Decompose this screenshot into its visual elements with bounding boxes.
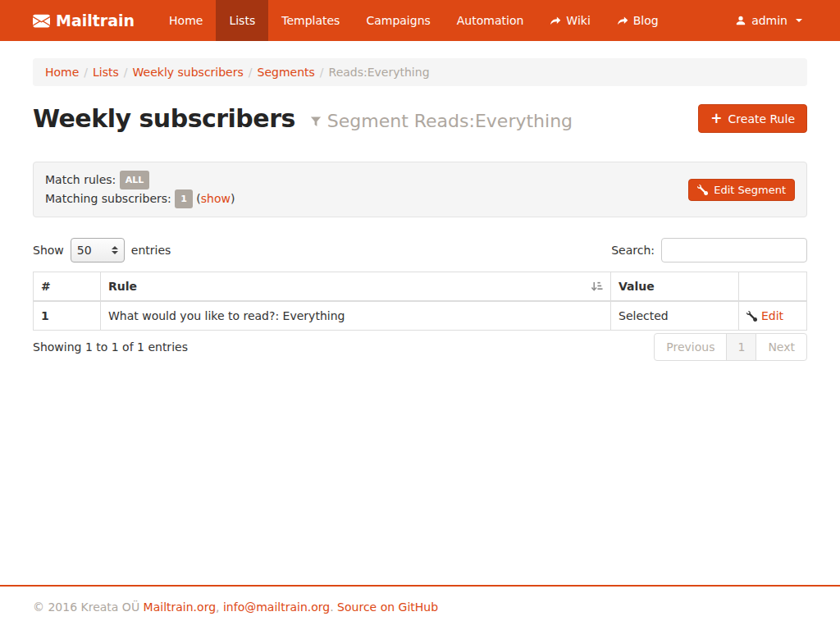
nav-item-campaigns[interactable]: Campaigns: [353, 0, 443, 41]
matching-count-badge: 1: [175, 189, 193, 208]
plus-icon: +: [710, 112, 722, 126]
paren-close: ): [231, 192, 235, 205]
show-subscribers-link[interactable]: show: [201, 192, 231, 205]
entries-label: entries: [131, 244, 171, 257]
segment-summary-panel: Match rules: ALL Matching subscribers: 1…: [33, 162, 807, 217]
column-header-rule-label: Rule: [108, 280, 137, 293]
match-rules-badge: ALL: [120, 171, 150, 189]
search-input[interactable]: [661, 238, 807, 262]
brand-mailtrain[interactable]: Mailtrain: [33, 0, 135, 41]
actions-cell: Edit: [739, 301, 807, 331]
value-cell: Selected: [611, 301, 739, 331]
segment-subtitle: Segment Reads:Everything: [310, 111, 573, 131]
email-link[interactable]: info@mailtrain.org: [223, 600, 330, 614]
table-header-row: # Rule: [34, 272, 807, 302]
breadcrumb-home[interactable]: Home: [45, 66, 79, 79]
nav-item-automation[interactable]: Automation: [444, 0, 537, 41]
envelope-icon: [33, 12, 50, 30]
top-navbar: Mailtrain Home Lists Templates Campaigns…: [0, 0, 840, 41]
match-rules-line: Match rules: ALL: [45, 171, 235, 189]
table-row: 1 What would you like to read?: Everythi…: [34, 301, 807, 331]
column-header-actions: [739, 272, 807, 302]
show-label: Show: [33, 244, 64, 257]
filter-icon: [310, 116, 322, 128]
nav-item-label: Blog: [633, 14, 659, 27]
table-info: Showing 1 to 1 of 1 entries: [33, 340, 188, 354]
pagination-page-1[interactable]: 1: [726, 333, 756, 361]
breadcrumb-lists[interactable]: Lists: [93, 66, 119, 79]
rule-number-cell: 1: [34, 301, 101, 331]
create-rule-button[interactable]: + Create Rule: [698, 104, 807, 133]
pagination-next[interactable]: Next: [756, 333, 807, 361]
mailtrain-org-link[interactable]: Mailtrain.org: [144, 600, 216, 614]
matching-subscribers-label: Matching subscribers:: [45, 192, 171, 205]
wrench-icon: [746, 311, 757, 322]
breadcrumb: Home/Lists/Weekly subscribers/Segments/R…: [33, 58, 807, 86]
segment-subtitle-text: Segment Reads:Everything: [327, 111, 573, 131]
create-rule-label: Create Rule: [728, 112, 795, 126]
show-entries-control: Show 50 entries: [33, 238, 171, 262]
match-rules-label: Match rules:: [45, 173, 116, 186]
search-control: Search:: [611, 238, 807, 262]
page-title: Weekly subscribers Segment Reads:Everyth…: [33, 104, 573, 133]
matching-subscribers-line: Matching subscribers: 1 (show): [45, 189, 235, 208]
column-header-number[interactable]: #: [34, 272, 101, 302]
share-arrow-icon: [617, 15, 628, 26]
rules-table: # Rule: [33, 272, 807, 331]
edit-segment-button[interactable]: Edit Segment: [688, 179, 795, 201]
sort-ascending-icon: [591, 281, 603, 293]
column-header-value[interactable]: Value: [611, 272, 739, 302]
breadcrumb-current: Reads:Everything: [329, 66, 430, 79]
wrench-icon: [697, 185, 708, 195]
page-header: Weekly subscribers Segment Reads:Everyth…: [33, 104, 807, 133]
source-github-link[interactable]: Source on GitHub: [337, 600, 438, 614]
breadcrumb-separator: /: [315, 66, 329, 79]
copyright-text: © 2016 Kreata OÜ: [33, 600, 139, 614]
page-title-text: Weekly subscribers: [33, 104, 295, 133]
brand-label: Mailtrain: [56, 11, 135, 30]
search-label: Search:: [611, 244, 655, 257]
nav-item-lists[interactable]: Lists: [216, 0, 268, 41]
column-header-rule[interactable]: Rule: [101, 272, 611, 302]
user-menu-label: admin: [751, 14, 788, 27]
entries-select[interactable]: 50: [71, 238, 125, 262]
chevron-down-icon: [796, 19, 802, 22]
breadcrumb-separator: /: [244, 66, 258, 79]
edit-segment-label: Edit Segment: [714, 184, 786, 196]
select-stepper-icon: [112, 246, 118, 254]
rule-cell: What would you like to read?: Everything: [101, 301, 611, 331]
edit-rule-link[interactable]: Edit: [761, 309, 783, 322]
user-icon: [735, 15, 746, 26]
nav-item-blog[interactable]: Blog: [604, 0, 672, 41]
page-footer: © 2016 Kreata OÜ Mailtrain.org, info@mai…: [0, 585, 840, 630]
breadcrumb-separator: /: [119, 66, 133, 79]
footer-separator: ,: [216, 600, 219, 614]
footer-separator: .: [330, 600, 333, 614]
nav-item-label: Wiki: [566, 14, 590, 27]
table-controls: Show 50 entries Search:: [33, 238, 807, 262]
nav-item-wiki[interactable]: Wiki: [536, 0, 603, 41]
breadcrumb-separator: /: [79, 66, 93, 79]
share-arrow-icon: [550, 15, 561, 26]
pagination: Previous 1 Next: [655, 333, 807, 361]
nav-item-home[interactable]: Home: [156, 0, 216, 41]
table-footer: Showing 1 to 1 of 1 entries Previous 1 N…: [33, 333, 807, 361]
entries-select-value: 50: [77, 244, 92, 257]
nav-item-templates[interactable]: Templates: [268, 0, 353, 41]
pagination-previous[interactable]: Previous: [654, 333, 727, 361]
user-menu[interactable]: admin: [722, 0, 815, 41]
breadcrumb-segments[interactable]: Segments: [258, 66, 315, 79]
breadcrumb-weekly-subscribers[interactable]: Weekly subscribers: [133, 66, 244, 79]
